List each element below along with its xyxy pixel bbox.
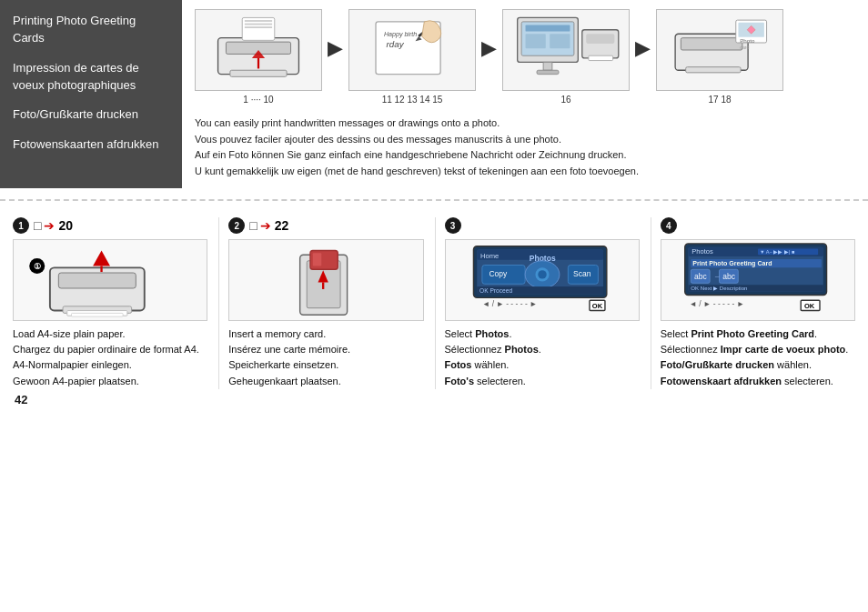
bottom-section: 1 □ ➔ 20 — [0, 212, 868, 418]
step1-image — [195, 9, 322, 91]
step2-label: 11 12 13 14 15 — [382, 95, 443, 105]
step1-desc: Load A4-size plain paper. Chargez du pap… — [13, 326, 207, 388]
svg-text:▼ A~ ▶▶ ▶| ■: ▼ A~ ▶▶ ▶| ■ — [760, 249, 795, 255]
step3-desc-nl: Foto's selecteren. — [445, 374, 640, 389]
step1-desc-fr: Chargez du papier ordinaire de format A4… — [13, 342, 207, 357]
step2-image: Happy birth rday — [348, 9, 476, 91]
step1-label: 1 ···· 10 — [243, 95, 273, 105]
svg-text:Home: Home — [480, 252, 499, 260]
diagram-step-1: 1 ···· 10 — [195, 9, 322, 105]
svg-text:Scan: Scan — [573, 269, 591, 278]
step2-desc-en: Insert a memory card. — [228, 326, 423, 342]
step1-number: 1 — [13, 217, 29, 234]
step2-illus — [228, 239, 423, 321]
step3-header: 3 — [445, 217, 640, 234]
sidebar: Printing Photo Greeting Cards Impression… — [0, 0, 182, 188]
step2-arrow: ➔ — [260, 218, 271, 233]
svg-rect-22 — [586, 34, 614, 44]
diagram-step-3: 16 — [502, 9, 630, 105]
svg-rect-2 — [230, 70, 287, 76]
svg-rect-36 — [72, 313, 124, 316]
description-lines: You can easily print handwritten message… — [195, 115, 855, 179]
desc-line-3: Auf ein Foto können Sie ganz einfach ein… — [195, 147, 855, 164]
svg-text:Photos: Photos — [691, 247, 713, 256]
svg-rect-23 — [589, 55, 613, 60]
svg-rect-4 — [245, 20, 272, 22]
step4-desc-fr: Sélectionnez Impr carte de voeux photo. — [661, 342, 855, 357]
step1-illus: ① — [13, 239, 207, 321]
step3-number: 3 — [445, 217, 461, 234]
svg-rect-25 — [681, 38, 742, 50]
svg-text:OK Next ▶ Description: OK Next ▶ Description — [691, 285, 748, 291]
step-block-3: 3 Home Photos Copy — [445, 217, 651, 388]
step1-desc-en: Load A4-size plain paper. — [13, 326, 207, 342]
svg-text:OK: OK — [804, 302, 815, 310]
desc-line-1: You can easily print handwritten message… — [195, 115, 855, 132]
step2-desc-nl: Geheugenkaart plaatsen. — [228, 374, 423, 389]
svg-text:OK: OK — [591, 302, 602, 310]
top-section: Printing Photo Greeting Cards Impression… — [0, 0, 868, 201]
step3-desc: Select Photos. Sélectionnez Photos. Foto… — [445, 326, 640, 388]
svg-rect-19 — [543, 62, 552, 70]
step1-desc-de: A4-Normalpapier einlegen. — [13, 357, 207, 373]
step4-desc-de: Foto/Grußkarte drucken wählen. — [661, 357, 855, 373]
arrow-2: ▶ — [481, 36, 497, 60]
diagram-step-4: Photo card 17 18 — [656, 9, 783, 105]
step4-illus: Photos ▼ A~ ▶▶ ▶| ■ Print Photo Greeting… — [661, 239, 855, 321]
svg-rect-20 — [537, 70, 559, 74]
step4-header: 4 — [661, 217, 855, 234]
step1-doc-icon: □ — [34, 218, 41, 233]
arrow-1: ▶ — [328, 36, 343, 60]
step3-desc-fr: Sélectionnez Photos. — [445, 342, 640, 357]
svg-rect-17 — [526, 34, 546, 48]
diagram-steps-row: 1 ···· 10 ▶ Happy birth rday — [195, 9, 855, 105]
sidebar-item-1: Printing Photo Greeting Cards — [13, 13, 169, 47]
desc-line-2: Vous pouvez faciler ajouter des dessins … — [195, 132, 855, 148]
step2-number: 2 — [228, 217, 245, 234]
svg-text:Photo: Photo — [740, 37, 755, 44]
step3-illus: Home Photos Copy Scan OK Proceed — [445, 239, 640, 321]
svg-text:Print Photo Greeting Card: Print Photo Greeting Card — [692, 260, 772, 267]
step3-desc-de: Fotos wählen. — [445, 357, 640, 373]
desc-line-4: U kunt gemakkelijk uw eigen (met de hand… — [195, 164, 855, 180]
step4-desc-nl: Fotowenskaart afdrukken selecteren. — [661, 374, 855, 389]
svg-rect-44 — [313, 253, 321, 266]
svg-text:①: ① — [34, 261, 41, 271]
step-block-1: 1 □ ➔ 20 — [13, 217, 219, 388]
step4-label: 17 18 — [708, 95, 731, 105]
step4-image: Photo card — [656, 9, 783, 91]
step2-desc-de: Speicherkarte einsetzen. — [228, 357, 423, 373]
step3-desc-en: Select Photos. — [445, 326, 640, 342]
svg-rect-33 — [58, 273, 136, 288]
svg-text:Copy: Copy — [489, 269, 508, 278]
svg-rect-6 — [245, 26, 272, 28]
arrow-3: ▶ — [635, 36, 651, 60]
svg-text:rday: rday — [387, 39, 405, 49]
sidebar-item-2: Impression de cartes de voeux photograph… — [13, 60, 169, 95]
step2-page-num: 22 — [275, 218, 289, 233]
step2-desc: Insert a memory card. Insérez une carte … — [228, 326, 423, 388]
svg-text:card: card — [740, 45, 749, 50]
step1-header: 1 □ ➔ 20 — [13, 217, 207, 234]
svg-text:Happy birth: Happy birth — [384, 31, 417, 38]
svg-rect-5 — [245, 24, 272, 25]
step3-image — [502, 9, 630, 91]
step-block-4: 4 Photos ▼ A~ ▶▶ ▶| ■ Print Photo Greeti… — [661, 217, 855, 388]
svg-rect-16 — [526, 25, 570, 31]
step1-arrow: ➔ — [44, 218, 55, 233]
step2-header: 2 □ ➔ 22 — [228, 217, 423, 234]
step1-desc-nl: Gewoon A4-papier plaatsen. — [13, 374, 207, 389]
svg-text:◄ / ► - - - - - ►: ◄ / ► - - - - - ► — [482, 299, 538, 308]
svg-rect-18 — [550, 34, 570, 48]
svg-text:abc: abc — [694, 271, 707, 280]
svg-text:abc: abc — [722, 271, 735, 280]
svg-marker-37 — [93, 250, 110, 266]
diagram-area: 1 ···· 10 ▶ Happy birth rday — [182, 0, 868, 188]
step2-doc-icon: □ — [249, 218, 257, 233]
svg-text:OK Proceed: OK Proceed — [479, 287, 512, 294]
step2-desc-fr: Insérez une carte mémoire. — [228, 342, 423, 357]
step3-label: 16 — [560, 95, 570, 105]
svg-rect-26 — [686, 67, 741, 73]
diagram-step-2: Happy birth rday 11 12 13 14 15 — [348, 9, 476, 105]
sidebar-item-4: Fotowenskaarten afdrukken — [13, 136, 169, 154]
